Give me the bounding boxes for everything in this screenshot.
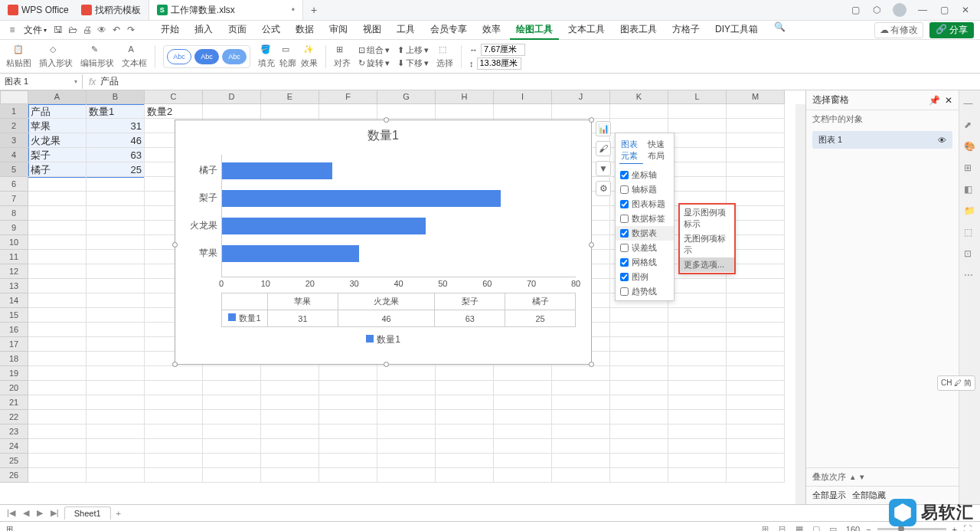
- tab-add-button[interactable]: +: [303, 4, 325, 16]
- chart-element-checkbox[interactable]: 图例: [616, 270, 674, 284]
- chart-element-checkbox[interactable]: 图表标题: [616, 197, 674, 211]
- col-header[interactable]: D: [203, 90, 261, 104]
- col-header[interactable]: A: [28, 90, 87, 104]
- close-button[interactable]: ✕: [960, 5, 971, 15]
- cell[interactable]: 梨子: [28, 148, 87, 162]
- open-icon[interactable]: 🗁: [67, 24, 79, 36]
- cell[interactable]: 25: [87, 162, 145, 177]
- select-all-corner[interactable]: [0, 90, 28, 104]
- col-header[interactable]: L: [668, 90, 727, 104]
- cell[interactable]: 31: [87, 119, 145, 133]
- row-header[interactable]: 25: [0, 454, 28, 468]
- chart-element-checkbox[interactable]: 坐标轴: [616, 168, 674, 182]
- chart-elements-icon[interactable]: 📊: [596, 121, 611, 136]
- tool-icon[interactable]: ⬚: [964, 227, 976, 239]
- select-button[interactable]: ⬚选择: [436, 44, 453, 69]
- pane-object-item[interactable]: 图表 1 👁: [812, 131, 952, 149]
- window-icon-1[interactable]: ▢: [850, 5, 861, 15]
- style-presets[interactable]: Abc Abc Abc: [163, 45, 250, 68]
- row-header[interactable]: 26: [0, 468, 28, 483]
- col-header[interactable]: E: [261, 90, 319, 104]
- window-icon-2[interactable]: ⬡: [871, 5, 882, 15]
- chart-element-checkbox[interactable]: 误差线: [616, 241, 674, 255]
- row-header[interactable]: 22: [0, 410, 28, 424]
- hamburger-icon[interactable]: ≡: [6, 24, 18, 36]
- print-icon[interactable]: 🖨: [81, 24, 93, 36]
- minimize-button[interactable]: —: [917, 5, 928, 15]
- fx-area[interactable]: fx产品: [83, 74, 125, 90]
- close-pane-icon[interactable]: ✕: [945, 95, 952, 106]
- eye-icon[interactable]: 👁: [938, 136, 946, 145]
- row-header[interactable]: 2: [0, 119, 28, 133]
- tab-diy[interactable]: DIY工具箱: [709, 21, 764, 40]
- cell[interactable]: 数量1: [87, 104, 145, 119]
- row-header[interactable]: 20: [0, 381, 28, 395]
- popup-tab-layout[interactable]: 快速布局: [646, 137, 670, 164]
- text-box[interactable]: A文本框: [122, 44, 147, 69]
- width-input[interactable]: ↔: [469, 44, 525, 56]
- vertical-scrollbar[interactable]: [795, 104, 805, 504]
- view-mode-icon[interactable]: ⊟: [779, 524, 789, 532]
- cell[interactable]: 产品: [28, 104, 87, 119]
- style-tool-icon[interactable]: 🎨: [964, 141, 976, 153]
- tab-chart-tools[interactable]: 图表工具: [614, 21, 663, 40]
- row-header[interactable]: 1: [0, 104, 28, 119]
- maximize-button[interactable]: ▢: [939, 5, 949, 15]
- changes-badge[interactable]: ☁ 有修改: [874, 22, 923, 38]
- sheet-nav-next[interactable]: ▶: [34, 508, 45, 518]
- cell[interactable]: 苹果: [28, 119, 87, 133]
- tab-start[interactable]: 开始: [155, 21, 185, 40]
- cell[interactable]: 数量2: [145, 104, 203, 119]
- more-icon[interactable]: ⋯: [964, 270, 976, 282]
- redo-icon[interactable]: ↷: [125, 24, 137, 36]
- chart-element-checkbox[interactable]: 轴标题: [616, 182, 674, 197]
- save-icon[interactable]: 🖫: [52, 24, 64, 36]
- row-header[interactable]: 23: [0, 424, 28, 439]
- tool-icon[interactable]: 📁: [964, 205, 976, 218]
- tab-view[interactable]: 视图: [357, 21, 387, 40]
- movedown-dropdown[interactable]: ⬇ 下移 ▾: [397, 57, 429, 69]
- align-dropdown[interactable]: ⊞对齐: [334, 44, 351, 69]
- row-header[interactable]: 13: [0, 279, 28, 293]
- submenu-item-more[interactable]: 更多选项...: [680, 257, 734, 272]
- tab-draw-tools[interactable]: 绘图工具: [510, 21, 559, 40]
- hide-all-button[interactable]: 全部隐藏: [852, 490, 886, 501]
- tab-data[interactable]: 数据: [289, 21, 320, 40]
- select-tool-icon[interactable]: ⬈: [964, 120, 976, 132]
- add-sheet-button[interactable]: +: [114, 509, 123, 518]
- user-avatar[interactable]: [893, 3, 906, 17]
- col-header[interactable]: F: [319, 90, 377, 104]
- tab-fangge[interactable]: 方格子: [666, 21, 706, 40]
- sheet-nav-first[interactable]: |◀: [5, 508, 18, 518]
- sheet-tab[interactable]: Sheet1: [64, 506, 111, 520]
- row-header[interactable]: 10: [0, 235, 28, 250]
- insert-shape[interactable]: ◇插入形状: [39, 44, 73, 69]
- row-header[interactable]: 15: [0, 308, 28, 323]
- row-header[interactable]: 4: [0, 148, 28, 162]
- col-header[interactable]: H: [436, 90, 494, 104]
- tool-icon[interactable]: ◧: [964, 184, 976, 196]
- row-header[interactable]: 5: [0, 162, 28, 177]
- tab-template[interactable]: 找稻壳模板: [74, 0, 149, 20]
- preset-1[interactable]: Abc: [167, 49, 191, 64]
- edit-shape[interactable]: ✎编辑形状: [80, 44, 114, 69]
- chart-bar[interactable]: [222, 218, 426, 234]
- rotate-dropdown[interactable]: ↻ 旋转 ▾: [358, 57, 390, 69]
- row-header[interactable]: 9: [0, 221, 28, 235]
- cell[interactable]: 63: [87, 148, 145, 162]
- fill-dropdown[interactable]: 🪣填充: [258, 44, 275, 69]
- tab-insert[interactable]: 插入: [188, 21, 219, 40]
- col-header[interactable]: J: [552, 90, 610, 104]
- moveup-dropdown[interactable]: ⬆ 上移 ▾: [397, 44, 429, 56]
- tab-text-tools[interactable]: 文本工具: [562, 21, 611, 40]
- chart-bar[interactable]: [222, 190, 501, 207]
- tab-workbook[interactable]: S 工作簿数量.xlsx •: [149, 0, 303, 20]
- cell[interactable]: 橘子: [28, 162, 87, 177]
- group-dropdown[interactable]: ⊡ 组合 ▾: [358, 44, 390, 56]
- preset-3[interactable]: Abc: [222, 49, 247, 64]
- col-header[interactable]: K: [610, 90, 668, 104]
- row-header[interactable]: 12: [0, 264, 28, 279]
- tab-tools[interactable]: 工具: [390, 21, 421, 40]
- tab-page[interactable]: 页面: [222, 21, 253, 40]
- tab-member[interactable]: 会员专享: [424, 21, 473, 40]
